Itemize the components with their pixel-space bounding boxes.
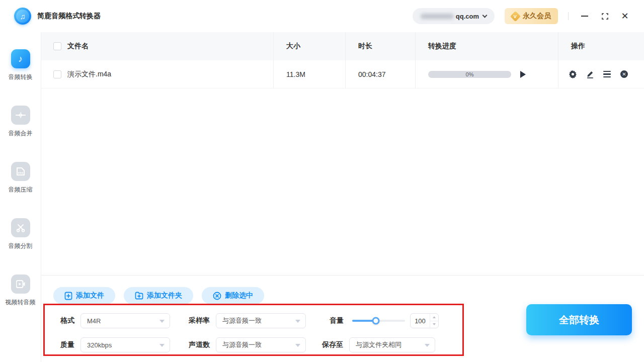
format-dropdown[interactable]: M4R bbox=[80, 313, 170, 328]
play-icon[interactable] bbox=[520, 71, 526, 78]
sidebar-item-label: 音频转换 bbox=[9, 73, 33, 81]
channels-dropdown[interactable]: 与源音频一致 bbox=[216, 337, 306, 352]
scissors-icon bbox=[11, 218, 30, 237]
column-header-filename: 文件名 bbox=[67, 42, 89, 51]
progress-cell: 0% bbox=[415, 60, 558, 88]
quality-dropdown[interactable]: 320kbps bbox=[80, 337, 170, 352]
progress-label: 0% bbox=[466, 71, 474, 77]
gear-icon[interactable] bbox=[569, 70, 577, 78]
account-menu[interactable]: qq.com bbox=[413, 8, 495, 24]
app-logo-icon: ♫ bbox=[14, 8, 31, 25]
vip-gem-icon: V bbox=[510, 11, 521, 21]
volume-label: 音量 bbox=[330, 316, 344, 325]
edit-icon[interactable] bbox=[586, 70, 594, 78]
add-file-button[interactable]: 添加文件 bbox=[53, 287, 115, 304]
maximize-icon bbox=[602, 13, 608, 20]
volume-slider[interactable] bbox=[352, 317, 405, 324]
minimize-button[interactable] bbox=[575, 6, 595, 26]
sidebar: ♪ 音频转换 音频合并 bbox=[0, 32, 41, 362]
chevron-down-icon bbox=[482, 13, 488, 18]
select-all-checkbox[interactable] bbox=[53, 42, 61, 50]
column-header-duration: 时长 bbox=[345, 32, 415, 60]
channels-label: 声道数 bbox=[189, 340, 210, 349]
add-folder-button[interactable]: 添加文件夹 bbox=[124, 287, 193, 304]
menu-icon[interactable] bbox=[603, 70, 611, 78]
folder-plus-icon bbox=[135, 292, 143, 300]
close-icon: ✕ bbox=[621, 12, 628, 21]
row-actions: ✕ bbox=[558, 60, 644, 88]
table-row: 演示文件.m4a 11.3M 00:04:37 0% bbox=[41, 60, 644, 88]
settings-row-1: 格式 M4R 采样率 与源音频一致 音量 bbox=[43, 313, 464, 328]
volume-increment-button[interactable] bbox=[430, 314, 438, 321]
remove-icon[interactable]: ✕ bbox=[620, 70, 628, 78]
membership-label: 永久会员 bbox=[523, 12, 551, 21]
dropdown-arrow-icon bbox=[295, 344, 300, 347]
sidebar-item-label: 视频转音频 bbox=[6, 298, 36, 307]
file-name: 演示文件.m4a bbox=[67, 70, 111, 79]
sample-rate-label: 采样率 bbox=[189, 316, 210, 325]
table-header: 文件名 大小 时长 转换进度 操作 bbox=[41, 32, 644, 60]
column-header-progress: 转换进度 bbox=[415, 32, 558, 60]
sidebar-item-audio-compress[interactable]: 音频压缩 bbox=[9, 162, 33, 194]
account-email: qq.com bbox=[456, 13, 479, 20]
minimize-icon bbox=[581, 16, 588, 17]
volume-value[interactable]: 100 bbox=[411, 314, 430, 328]
titlebar-divider bbox=[568, 12, 569, 20]
titlebar: ♫ 简鹿音频格式转换器 qq.com V 永久会员 ✕ bbox=[0, 0, 644, 32]
convert-all-button[interactable]: 全部转换 bbox=[526, 304, 632, 335]
membership-badge[interactable]: V 永久会员 bbox=[505, 8, 558, 24]
file-list-empty-area bbox=[41, 88, 644, 275]
volume-decrement-button[interactable] bbox=[430, 321, 438, 328]
volume-slider-handle[interactable] bbox=[372, 317, 380, 325]
sidebar-item-audio-split[interactable]: 音频分割 bbox=[9, 218, 33, 250]
merge-icon bbox=[11, 106, 30, 125]
sample-rate-dropdown[interactable]: 与源音频一致 bbox=[216, 313, 306, 328]
circle-x-icon bbox=[213, 292, 221, 300]
sidebar-item-label: 音频分割 bbox=[9, 242, 33, 250]
file-size: 11.3M bbox=[273, 60, 345, 88]
file-plus-icon bbox=[64, 292, 72, 300]
sidebar-item-video-to-audio[interactable]: 视频转音频 bbox=[6, 275, 36, 307]
video-camera-icon bbox=[11, 275, 30, 294]
volume-stepper: 100 bbox=[410, 313, 439, 328]
quality-label: 质量 bbox=[60, 340, 74, 349]
dropdown-arrow-icon bbox=[159, 320, 165, 323]
app-title: 简鹿音频格式转换器 bbox=[37, 12, 101, 21]
dropdown-arrow-icon bbox=[159, 344, 165, 347]
delete-selected-button[interactable]: 删除选中 bbox=[202, 287, 264, 304]
close-button[interactable]: ✕ bbox=[615, 6, 635, 26]
sidebar-item-label: 音频合并 bbox=[9, 129, 33, 138]
file-duration: 00:04:37 bbox=[345, 60, 415, 88]
music-note-icon: ♪ bbox=[11, 49, 30, 68]
caret-up-icon bbox=[433, 316, 436, 318]
sidebar-item-audio-convert[interactable]: ♪ 音频转换 bbox=[9, 49, 33, 81]
format-label: 格式 bbox=[60, 316, 74, 325]
column-header-size: 大小 bbox=[273, 32, 345, 60]
caret-down-icon bbox=[433, 323, 436, 325]
maximize-button[interactable] bbox=[595, 6, 615, 26]
toolbar: 添加文件 添加文件夹 删除选中 bbox=[53, 287, 264, 304]
save-to-dropdown[interactable]: 与源文件夹相同 bbox=[349, 337, 435, 352]
blurred-email-prefix bbox=[421, 14, 454, 19]
compress-file-icon bbox=[11, 162, 30, 181]
sidebar-item-label: 音频压缩 bbox=[9, 186, 33, 194]
row-checkbox[interactable] bbox=[53, 70, 61, 78]
dropdown-arrow-icon bbox=[425, 344, 430, 347]
dropdown-arrow-icon bbox=[295, 320, 300, 323]
save-to-label: 保存至 bbox=[322, 340, 343, 349]
column-header-actions: 操作 bbox=[558, 32, 644, 60]
app-window: ♫ 简鹿音频格式转换器 qq.com V 永久会员 ✕ bbox=[0, 0, 644, 362]
progress-bar: 0% bbox=[428, 71, 511, 78]
sidebar-item-audio-merge[interactable]: 音频合并 bbox=[9, 106, 33, 138]
settings-row-2: 质量 320kbps 声道数 与源音频一致 保存至 与源文件夹相同 bbox=[43, 337, 464, 352]
bottom-panel: 添加文件 添加文件夹 删除选中 bbox=[41, 275, 644, 362]
